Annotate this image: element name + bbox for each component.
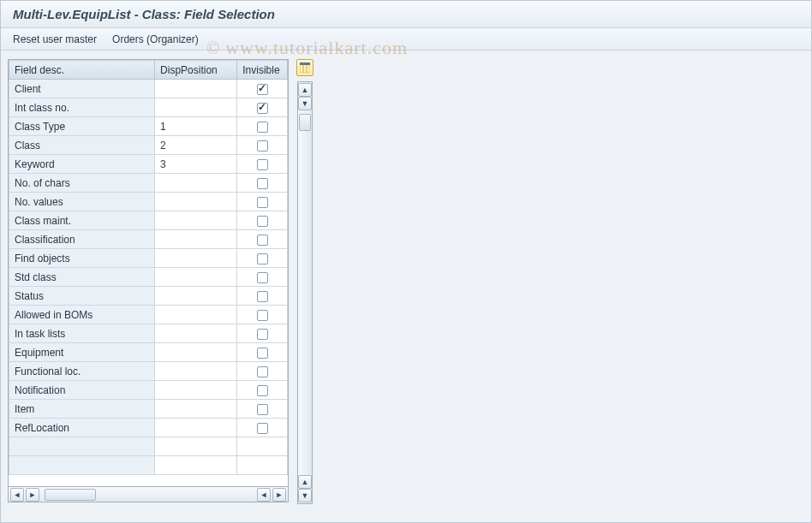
invisible-checkbox[interactable]	[257, 348, 268, 359]
cell-field-desc[interactable]: Keyword	[9, 155, 155, 174]
invisible-checkbox[interactable]	[257, 140, 268, 152]
cell-disp-position[interactable]	[155, 230, 237, 249]
cell-disp-position[interactable]	[155, 324, 237, 343]
scroll-up-icon[interactable]: ▲	[298, 83, 312, 97]
table-row[interactable]: Notification	[9, 381, 288, 400]
cell-field-desc[interactable]: Int class no.	[9, 98, 155, 117]
cell-invisible[interactable]	[237, 174, 288, 193]
cell-field-desc[interactable]: Std class	[9, 268, 155, 287]
table-row[interactable]: No. of chars	[9, 174, 288, 193]
v-scroll-thumb[interactable]	[299, 114, 311, 131]
invisible-checkbox[interactable]	[257, 291, 268, 302]
cell-disp-position[interactable]: 2	[155, 136, 237, 155]
cell-invisible[interactable]	[237, 419, 288, 437]
table-row[interactable]: Class Type1	[9, 117, 288, 136]
table-row[interactable]: Classification	[9, 230, 288, 249]
cell-field-desc[interactable]	[9, 437, 155, 456]
cell-field-desc[interactable]	[9, 456, 155, 475]
cell-disp-position[interactable]	[155, 268, 237, 287]
col-header-disp-position[interactable]: DispPosition	[155, 61, 237, 80]
v-scroll-track[interactable]	[298, 110, 312, 475]
invisible-checkbox[interactable]	[257, 385, 268, 396]
cell-invisible[interactable]	[237, 400, 288, 419]
cell-field-desc[interactable]: Client	[9, 80, 155, 98]
cell-disp-position[interactable]	[155, 419, 237, 437]
table-row[interactable]: Keyword3	[9, 155, 288, 174]
cell-invisible[interactable]	[237, 381, 288, 400]
invisible-checkbox[interactable]	[257, 404, 268, 415]
invisible-checkbox[interactable]	[257, 197, 268, 208]
cell-field-desc[interactable]: No. values	[9, 193, 155, 211]
invisible-checkbox[interactable]	[257, 253, 268, 264]
invisible-checkbox[interactable]	[257, 216, 268, 227]
cell-invisible[interactable]	[237, 362, 288, 381]
cell-disp-position[interactable]	[155, 437, 237, 456]
cell-invisible[interactable]	[237, 98, 288, 117]
cell-field-desc[interactable]: Classification	[9, 230, 155, 249]
cell-disp-position[interactable]	[155, 80, 237, 98]
horizontal-scrollbar[interactable]: ◄ ► ◄ ►	[8, 487, 289, 502]
cell-invisible[interactable]	[237, 324, 288, 343]
cell-disp-position[interactable]	[155, 400, 237, 419]
table-row[interactable]: Functional loc.	[9, 362, 288, 381]
cell-invisible[interactable]	[237, 249, 288, 268]
scroll-up-end-icon[interactable]: ▲	[298, 475, 312, 489]
cell-field-desc[interactable]: Functional loc.	[9, 362, 155, 381]
cell-disp-position[interactable]	[155, 362, 237, 381]
cell-invisible[interactable]	[237, 117, 288, 136]
scroll-down-icon[interactable]: ▼	[298, 97, 312, 110]
cell-invisible[interactable]	[237, 136, 288, 155]
invisible-checkbox[interactable]	[257, 235, 268, 246]
table-row[interactable]: Int class no.	[9, 98, 288, 117]
invisible-checkbox[interactable]	[257, 122, 268, 133]
scroll-right-icon[interactable]: ►	[26, 488, 39, 502]
cell-invisible[interactable]	[237, 268, 288, 287]
table-row[interactable]: No. values	[9, 193, 288, 211]
cell-field-desc[interactable]: Allowed in BOMs	[9, 306, 155, 324]
cell-invisible[interactable]	[237, 437, 288, 456]
table-row[interactable]: Std class	[9, 268, 288, 287]
orders-organizer-button[interactable]: Orders (Organizer)	[112, 33, 199, 45]
cell-disp-position[interactable]	[155, 456, 237, 475]
cell-disp-position[interactable]	[155, 174, 237, 193]
invisible-checkbox[interactable]	[257, 84, 268, 95]
cell-disp-position[interactable]	[155, 249, 237, 268]
table-row[interactable]: Find objects	[9, 249, 288, 268]
table-row[interactable]: In task lists	[9, 324, 288, 343]
table-row[interactable]: Class maint.	[9, 211, 288, 230]
cell-disp-position[interactable]	[155, 343, 237, 362]
table-row[interactable]: Allowed in BOMs	[9, 306, 288, 324]
cell-invisible[interactable]	[237, 287, 288, 306]
table-row[interactable]: Client	[9, 80, 288, 98]
table-row[interactable]: Class2	[9, 136, 288, 155]
cell-field-desc[interactable]: Class Type	[9, 117, 155, 136]
cell-invisible[interactable]	[237, 456, 288, 475]
cell-invisible[interactable]	[237, 343, 288, 362]
cell-field-desc[interactable]: Class maint.	[9, 211, 155, 230]
cell-disp-position[interactable]	[155, 381, 237, 400]
cell-disp-position[interactable]	[155, 306, 237, 324]
cell-invisible[interactable]	[237, 306, 288, 324]
cell-invisible[interactable]	[237, 155, 288, 174]
cell-field-desc[interactable]: Notification	[9, 381, 155, 400]
cell-invisible[interactable]	[237, 193, 288, 211]
scroll-right-end-icon[interactable]: ►	[272, 488, 286, 502]
col-header-field-desc[interactable]: Field desc.	[9, 61, 155, 80]
cell-disp-position[interactable]	[155, 287, 237, 306]
scroll-left-icon[interactable]: ◄	[10, 488, 24, 502]
cell-disp-position[interactable]	[155, 211, 237, 230]
invisible-checkbox[interactable]	[257, 178, 268, 189]
invisible-checkbox[interactable]	[257, 423, 268, 434]
vertical-scrollbar[interactable]: ▲ ▼ ▲ ▼	[297, 81, 313, 504]
col-header-invisible[interactable]: Invisible	[237, 61, 288, 80]
table-row[interactable]	[9, 437, 288, 456]
invisible-checkbox[interactable]	[257, 366, 268, 377]
table-settings-button[interactable]	[296, 59, 313, 76]
invisible-checkbox[interactable]	[257, 159, 268, 170]
invisible-checkbox[interactable]	[257, 329, 268, 340]
table-row[interactable]: Status	[9, 287, 288, 306]
cell-field-desc[interactable]: Class	[9, 136, 155, 155]
table-row[interactable]: Item	[9, 400, 288, 419]
table-row[interactable]: Equipment	[9, 343, 288, 362]
cell-invisible[interactable]	[237, 230, 288, 249]
